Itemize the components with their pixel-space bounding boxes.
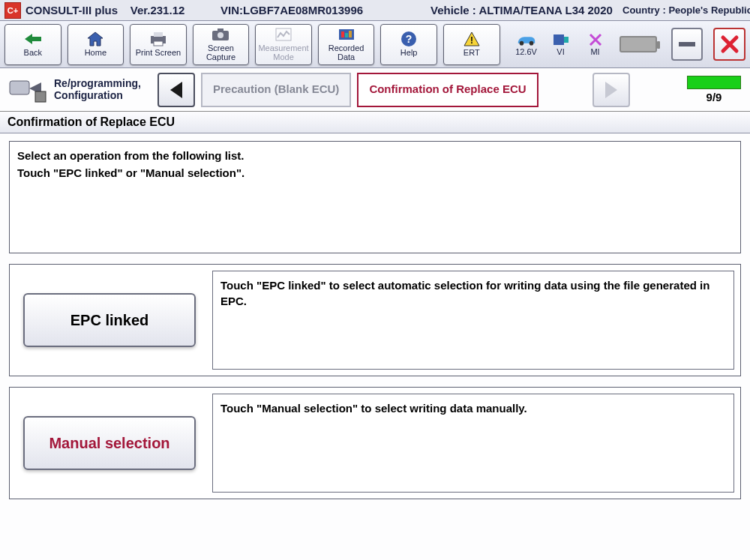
svg-text:?: ? [406,33,412,45]
back-arrow-icon [23,31,43,47]
battery-icon [620,36,657,52]
help-label: Help [400,49,418,58]
vi-label: VI [556,47,564,56]
help-icon: ? [399,31,418,47]
recorded-button[interactable]: Recorded Data [318,24,375,65]
back-label: Back [24,49,42,58]
status-icons: 12.6V VI MI [512,32,661,56]
instruction-line1: Select an operation from the following l… [17,148,733,165]
measurement-icon [274,26,293,43]
svg-rect-16 [554,34,564,45]
print-label: Print Screen [136,49,182,58]
vehicle-segment: Vehicle : ALTIMA/TEANA L34 2020 [430,4,622,16]
svg-text:!: ! [470,35,473,46]
reprogram-mode-icon [6,74,48,106]
recorded-data-icon [337,26,356,43]
breadcrumb-row: Re/programming, Configuration Precaution… [0,68,750,112]
x-icon [585,32,606,47]
country-label: Country : [622,4,666,16]
close-button[interactable] [713,28,746,61]
mode-label: Re/programming, Configuration [54,78,152,101]
content-area: Select an operation from the following l… [0,133,750,507]
car-icon [516,32,537,47]
mi-status: MI [581,32,610,56]
ert-button[interactable]: ! ERT [443,24,500,65]
vin-label: VIN: [220,4,243,16]
printer-icon [148,31,168,47]
crumb-previous: Precaution (Blank ECU) [201,73,351,107]
toolbar: Back Home Print Screen Screen Capture Me… [0,21,750,68]
epc-linked-button[interactable]: EPC linked [23,293,196,347]
vehicle-value: ALTIMA/TEANA L34 2020 [479,4,613,16]
vi-status: VI [547,32,575,56]
vehicle-label: Vehicle : [430,4,476,16]
app-name: CONSULT-III plus [26,4,118,16]
instruction-line2: Touch "EPC linked" or "Manual selection"… [17,165,733,182]
help-button[interactable]: ? Help [380,24,437,65]
svg-point-4 [218,32,224,38]
svg-rect-1 [154,32,163,37]
vin-value: LGBF7AE08MR013996 [243,4,363,16]
capture-label: Screen Capture [194,44,249,61]
home-icon [86,31,105,47]
voltage-value: 12.6V [515,47,537,56]
option-panel-manual: Manual selection Touch "Manual selection… [9,387,741,499]
instruction-panel: Select an operation from the following l… [9,141,741,253]
app-name-version: CONSULT-III plus Ver.231.12 [26,4,220,16]
manual-selection-button[interactable]: Manual selection [23,416,196,470]
svg-point-15 [529,41,533,46]
svg-rect-18 [10,81,29,94]
print-button[interactable]: Print Screen [130,24,187,65]
ert-label: ERT [464,49,480,58]
recorded-label: Recorded Data [319,44,374,61]
nav-prev-button[interactable] [158,73,195,107]
measurement-label: Measurement Mode [256,44,311,61]
triangle-left-icon [167,79,185,100]
app-logo-icon: C+ [4,2,21,19]
warning-icon: ! [462,31,482,47]
svg-rect-2 [154,41,163,46]
svg-point-14 [519,41,524,46]
battery-status [616,36,661,52]
camera-icon [211,26,230,43]
vi-device-icon [550,32,572,47]
crumb-current: Confirmation of Replace ECU [357,73,538,107]
voltage-status: 12.6V [512,32,541,56]
epc-linked-label: EPC linked [70,312,148,329]
app-version: Ver.231.12 [130,4,185,16]
minimize-icon [679,42,695,46]
mi-label: MI [590,47,599,56]
minimize-button[interactable] [671,28,704,61]
measurement-button: Measurement Mode [255,24,312,65]
country-segment: Country : People's Republic of China [622,5,750,16]
home-label: Home [85,49,106,58]
vin-segment: VIN:LGBF7AE08MR013996 [220,4,430,16]
nav-next-button [592,73,630,107]
svg-rect-17 [564,37,568,43]
page-title: Confirmation of Replace ECU [0,112,750,133]
back-button[interactable]: Back [4,24,62,65]
svg-rect-10 [349,31,352,37]
svg-rect-8 [341,31,344,37]
svg-rect-19 [35,91,46,102]
capture-button[interactable]: Screen Capture [193,24,250,65]
crumb-previous-label: Precaution (Blank ECU) [213,83,339,96]
home-button[interactable]: Home [68,24,124,65]
progress-bar [687,76,741,89]
epc-linked-desc: Touch "EPC linked" to select automatic s… [212,271,734,370]
svg-rect-9 [345,33,348,37]
manual-selection-label: Manual selection [49,435,170,452]
triangle-right-icon [602,79,620,100]
close-icon [719,34,740,55]
manual-selection-desc: Touch "Manual selection" to select writi… [212,394,734,493]
progress-text: 9/9 [706,91,722,103]
progress-indicator: 9/9 [684,76,744,103]
svg-rect-5 [218,28,224,31]
country-value: People's Republic of China [668,4,750,16]
info-strip: C+ CONSULT-III plus Ver.231.12 VIN:LGBF7… [0,0,750,21]
crumb-current-label: Confirmation of Replace ECU [369,83,526,96]
option-panel-epc: EPC linked Touch "EPC linked" to select … [9,264,741,376]
